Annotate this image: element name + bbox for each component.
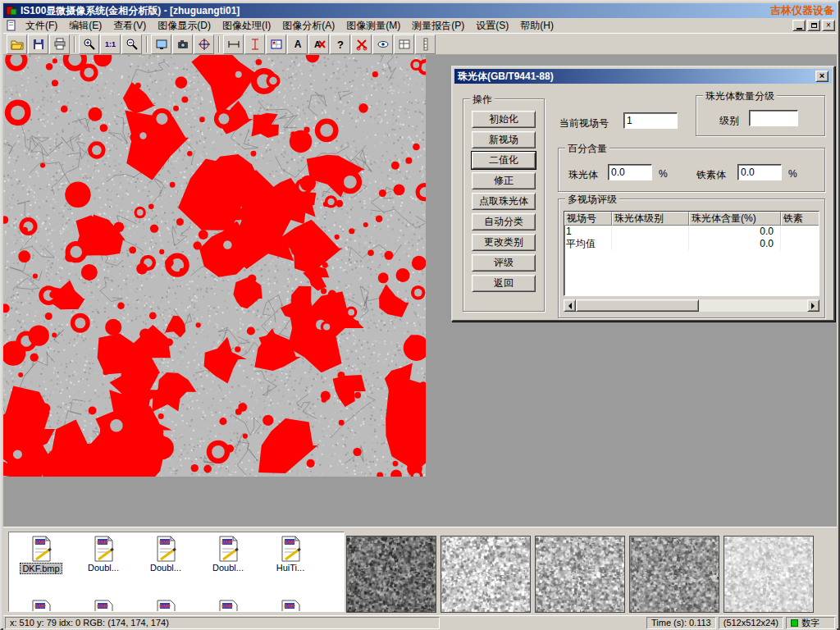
save-icon [32,38,45,51]
menu-image-analysis[interactable]: 图像分析(A) [276,18,340,34]
menu-help[interactable]: 帮助(H) [514,18,559,34]
file-item[interactable]: BMP DKF.bmp [11,536,71,574]
mdi-restore-button[interactable] [807,20,820,31]
file-item-clipped[interactable]: BMP [135,600,196,612]
ruler-icon [419,38,432,51]
menu-file[interactable]: 文件(F) [20,18,63,34]
micrograph-image[interactable] [3,55,426,477]
menu-settings[interactable]: 设置(S) [470,18,514,34]
menu-image-display[interactable]: 图像显示(D) [152,18,217,34]
pearlite-label: 珠光体 [568,168,598,182]
change-class-button[interactable]: 更改类别 [472,234,536,251]
file-name[interactable]: Doubl... [148,563,183,573]
correct-button[interactable]: 修正 [472,172,536,189]
bmp-file-icon: BMP [278,536,303,562]
table-row[interactable]: 1 0.0 [564,226,819,238]
file-name[interactable]: Doubl... [86,563,121,573]
ruler-button[interactable] [415,34,436,54]
zoom-in-button[interactable] [79,34,99,54]
arrow-right-icon [811,303,818,309]
file-item-clipped[interactable]: BMP [73,600,134,612]
cell-grade [612,238,689,250]
thumbnail-image[interactable] [629,536,719,613]
file-name[interactable]: DKF.bmp [20,563,62,574]
return-button[interactable]: 返回 [472,275,536,292]
text-button[interactable]: A [287,34,308,54]
zoom-out-button[interactable] [121,34,142,54]
count-grid-button[interactable] [266,34,286,54]
scroll-right-button[interactable] [807,299,819,312]
table-horizontal-scrollbar[interactable] [564,299,819,312]
file-item[interactable]: BMP HuiTi... [260,536,321,573]
file-item-clipped[interactable]: BMP [11,600,71,612]
file-name[interactable]: HuiTi... [275,563,306,573]
cut-button[interactable] [351,34,372,54]
file-item[interactable]: BMP Doubl... [198,536,258,573]
save-button[interactable] [28,34,48,54]
binarize-button[interactable]: 二值化 [472,152,536,169]
actual-size-button[interactable]: 1:1 [100,34,121,54]
bmp-file-icon: BMP [278,600,303,612]
scrollbar-track[interactable] [699,299,807,312]
bmp-file-icon: BMP [29,600,53,612]
dialog-title-bar[interactable]: 珠光体(GB/T9441-88) × [454,69,832,84]
ferrite-percent-input[interactable] [737,164,782,180]
mdi-close-button[interactable]: × [822,20,835,31]
pearlite-percent-input[interactable] [608,164,652,180]
count-grid-icon [270,38,283,51]
multifield-table[interactable]: 视场号 珠光体级别 珠光体含量(%) 铁素 1 0.0 平均值 0.0 [564,211,819,296]
cut-icon [355,38,368,51]
dialog-close-button[interactable]: × [815,71,829,82]
camera-button[interactable] [172,34,193,54]
pick-pearlite-button[interactable]: 点取珠光体 [472,193,536,210]
file-item-clipped[interactable]: BMP [260,600,321,612]
table-row[interactable]: 平均值 0.0 [564,238,819,250]
menu-edit[interactable]: 编辑(E) [63,18,107,34]
svg-text:BMP: BMP [284,540,294,545]
thumbnail-image[interactable] [724,536,814,613]
help-button[interactable]: ? [330,34,350,54]
menu-view[interactable]: 查看(V) [107,18,152,34]
print-button[interactable] [49,34,70,54]
menu-report[interactable]: 测量报告(P) [406,18,470,34]
thumbnail-image[interactable] [535,536,625,613]
menu-image-process[interactable]: 图像处理(I) [217,18,276,34]
open-folder-icon [11,38,24,51]
status-position: x: 510 y: 79 idx: 0 RGB: (174, 174, 174) [5,617,440,629]
measure-horizontal-button[interactable] [223,34,244,54]
thumbnail-image[interactable] [346,536,436,613]
file-list[interactable]: BMP DKF.bmp BMP Doubl... [8,532,345,612]
eye-button[interactable] [372,34,393,54]
file-item[interactable]: BMP Doubl... [73,536,134,573]
new-field-button[interactable]: 新视场 [472,131,536,148]
file-name[interactable]: Doubl... [211,563,245,573]
display-button[interactable] [151,34,171,54]
minimize-icon [797,28,802,30]
auto-classify-button[interactable]: 自动分类 [472,213,536,231]
scrollbar-thumb[interactable] [576,299,699,312]
scroll-left-button[interactable] [564,299,576,312]
target-button[interactable] [194,34,214,54]
file-item[interactable]: BMP Doubl... [135,536,196,573]
init-button[interactable]: 初始化 [472,111,536,128]
zoom-in-icon [83,38,96,51]
measure-vertical-button[interactable] [244,34,265,54]
svg-text:BMP: BMP [34,604,45,609]
thumbnail-image[interactable] [441,536,531,613]
text-delete-button[interactable]: A [308,34,329,54]
arrow-left-icon [565,303,572,309]
current-field-input[interactable] [623,112,678,129]
open-folder-button[interactable] [7,34,27,54]
measure-horizontal-icon [227,38,240,51]
menu-image-measure[interactable]: 图像测量(M) [340,18,406,34]
table-icon [398,38,411,51]
grade-input[interactable] [749,110,798,126]
camera-icon [176,38,189,51]
bmp-file-icon: BMP [153,600,178,612]
svg-text:A: A [294,39,301,50]
title-bar[interactable]: IS100显微摄像系统(金相分析版) - [zhuguangti01] 吉林仪器… [3,3,837,18]
rate-button[interactable]: 评级 [472,254,536,272]
file-item-clipped[interactable]: BMP [198,600,258,612]
mdi-minimize-button[interactable] [792,20,806,31]
table-button[interactable] [394,34,414,54]
